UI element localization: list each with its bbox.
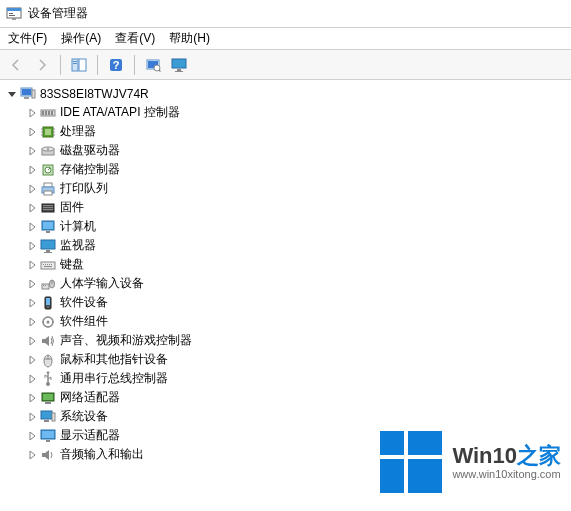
menu-bar: 文件(F) 操作(A) 查看(V) 帮助(H) (0, 28, 571, 50)
svg-rect-50 (46, 231, 50, 233)
expander-closed-icon[interactable] (26, 373, 38, 385)
svg-rect-7 (73, 61, 77, 62)
svg-rect-51 (41, 240, 55, 249)
audio-icon (40, 447, 56, 463)
toolbar-showhide-button[interactable] (67, 53, 91, 77)
toolbar-forward-button[interactable] (30, 53, 54, 77)
svg-line-14 (159, 70, 161, 72)
tree-root[interactable]: 83SS8EI8TWJV74R (0, 84, 571, 103)
tree-item-label: 网络适配器 (60, 389, 120, 406)
expander-closed-icon[interactable] (26, 202, 38, 214)
watermark: Win10之家 www.win10xitong.com (380, 431, 561, 493)
tree-item-label: 监视器 (60, 237, 96, 254)
expander-closed-icon[interactable] (26, 183, 38, 195)
tree-item[interactable]: 鼠标和其他指针设备 (0, 350, 571, 369)
expander-closed-icon[interactable] (26, 354, 38, 366)
storage-icon (40, 162, 56, 178)
tree-item[interactable]: 软件组件 (0, 312, 571, 331)
svg-rect-83 (42, 431, 54, 438)
tree-item[interactable]: 软件设备 (0, 293, 571, 312)
svg-rect-58 (49, 264, 50, 265)
tree-root-label: 83SS8EI8TWJV74R (40, 87, 149, 101)
disk-icon (40, 143, 56, 159)
watermark-url: www.win10xitong.com (452, 468, 561, 480)
tree-item[interactable]: 存储控制器 (0, 160, 571, 179)
tree-item[interactable]: 系统设备 (0, 407, 571, 426)
tree-item-label: 处理器 (60, 123, 96, 140)
expander-closed-icon[interactable] (26, 392, 38, 404)
watermark-brand-b: 之家 (517, 443, 561, 468)
svg-rect-2 (9, 13, 13, 14)
svg-rect-45 (43, 205, 53, 206)
svg-rect-84 (46, 440, 50, 442)
tree-item-label: 系统设备 (60, 408, 108, 425)
menu-file[interactable]: 文件(F) (8, 30, 47, 47)
svg-rect-5 (72, 59, 78, 71)
expander-closed-icon[interactable] (26, 297, 38, 309)
svg-text:?: ? (113, 59, 120, 71)
tree-item[interactable]: 键盘 (0, 255, 571, 274)
svg-rect-8 (73, 63, 77, 64)
expander-closed-icon[interactable] (26, 240, 38, 252)
computer-icon (40, 219, 56, 235)
printer-icon (40, 181, 56, 197)
tree-item[interactable]: 人体学输入设备 (0, 274, 571, 293)
tree-item[interactable]: IDE ATA/ATAPI 控制器 (0, 103, 571, 122)
ide-icon (40, 105, 56, 121)
svg-rect-15 (172, 59, 186, 68)
tree-item[interactable]: 固件 (0, 198, 571, 217)
tree-item[interactable]: 声音、视频和游戏控制器 (0, 331, 571, 350)
expander-closed-icon[interactable] (26, 221, 38, 233)
expander-closed-icon[interactable] (26, 449, 38, 461)
system-icon (40, 409, 56, 425)
tree-item[interactable]: 监视器 (0, 236, 571, 255)
expander-closed-icon[interactable] (26, 126, 38, 138)
svg-rect-43 (44, 191, 52, 195)
toolbar-help-button[interactable]: ? (104, 53, 128, 77)
cpu-icon (40, 124, 56, 140)
tree-item[interactable]: 磁盘驱动器 (0, 141, 571, 160)
expander-closed-icon[interactable] (26, 316, 38, 328)
svg-rect-54 (41, 262, 55, 269)
expander-closed-icon[interactable] (26, 430, 38, 442)
menu-help[interactable]: 帮助(H) (169, 30, 210, 47)
svg-point-68 (47, 306, 49, 308)
expander-closed-icon[interactable] (26, 278, 38, 290)
svg-rect-4 (12, 18, 16, 20)
monitor-icon (40, 238, 56, 254)
tree-item[interactable]: 通用串行总线控制器 (0, 369, 571, 388)
expander-closed-icon[interactable] (26, 107, 38, 119)
expander-open-icon[interactable] (6, 88, 18, 100)
svg-rect-26 (51, 111, 53, 115)
tree-item[interactable]: 计算机 (0, 217, 571, 236)
svg-rect-23 (42, 111, 44, 115)
svg-rect-28 (45, 129, 51, 135)
app-icon (6, 6, 22, 22)
tree-item[interactable]: 网络适配器 (0, 388, 571, 407)
sound-icon (40, 333, 56, 349)
svg-rect-25 (48, 111, 50, 115)
svg-point-37 (47, 148, 49, 150)
svg-rect-80 (52, 413, 55, 421)
toolbar-back-button[interactable] (4, 53, 28, 77)
expander-closed-icon[interactable] (26, 411, 38, 423)
tree-item-label: 软件设备 (60, 294, 108, 311)
firmware-icon (40, 200, 56, 216)
computer-icon (20, 86, 36, 102)
expander-closed-icon[interactable] (26, 335, 38, 347)
menu-action[interactable]: 操作(A) (61, 30, 101, 47)
svg-rect-47 (43, 209, 53, 210)
tree-item[interactable]: 处理器 (0, 122, 571, 141)
menu-view[interactable]: 查看(V) (115, 30, 155, 47)
svg-rect-3 (9, 15, 15, 16)
tree-item[interactable]: 打印队列 (0, 179, 571, 198)
tree-item-label: IDE ATA/ATAPI 控制器 (60, 104, 180, 121)
expander-closed-icon[interactable] (26, 145, 38, 157)
network-icon (40, 390, 56, 406)
expander-closed-icon[interactable] (26, 164, 38, 176)
toolbar-monitor-button[interactable] (167, 53, 191, 77)
toolbar-separator (134, 55, 135, 75)
toolbar-scan-button[interactable] (141, 53, 165, 77)
expander-closed-icon[interactable] (26, 259, 38, 271)
svg-rect-21 (32, 90, 35, 98)
